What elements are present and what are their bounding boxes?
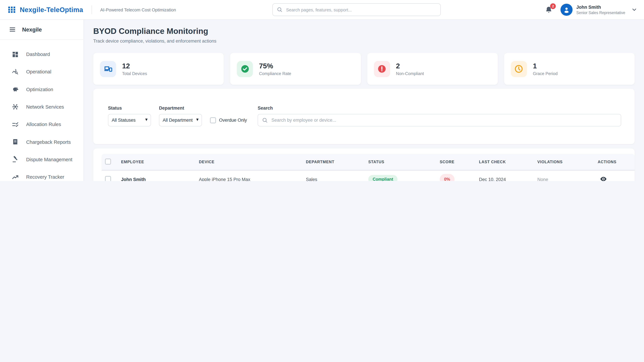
global-search-input[interactable] <box>272 3 441 16</box>
table-row: John SmithApple iPhone 15 Pro MaxSalesCo… <box>102 170 634 181</box>
search-icon <box>262 117 268 123</box>
status-select-wrap: All Statuses <box>108 114 151 126</box>
status-badge: Compliant <box>368 175 398 181</box>
header-divider <box>92 5 92 14</box>
sidebar-item-dashboard[interactable]: Dashboard <box>0 45 84 63</box>
sidebar-nav: DashboardOperationalOptimizationNetwork … <box>0 40 84 181</box>
stat-value: 75% <box>259 62 291 70</box>
table-search-input[interactable] <box>258 114 621 126</box>
status-select[interactable]: All Statuses <box>108 114 151 126</box>
department-select[interactable]: All Departments <box>159 114 202 126</box>
row-select-cell <box>102 170 118 181</box>
stat-card-non-compliant: 2Non-Compliant <box>367 53 498 85</box>
department-filter-label: Department <box>159 106 202 111</box>
filters-panel: Status All Statuses Department All Depar… <box>93 89 634 144</box>
table-body: John SmithApple iPhone 15 Pro MaxSalesCo… <box>102 170 634 181</box>
avatar <box>561 4 573 16</box>
score-badge: 0% <box>440 174 454 181</box>
sidebar-item-label: Optimization <box>26 87 53 92</box>
search-filter-label: Search <box>258 106 621 111</box>
status-cell: Compliant <box>366 170 437 181</box>
brand-logo[interactable]: Nexgile-TeleOptima AI-Powered Telecom Co… <box>8 0 176 19</box>
stat-value: 1 <box>533 62 558 70</box>
select-all-header <box>102 154 118 170</box>
column-header-actions[interactable]: ACTIONS <box>595 154 634 170</box>
overdue-only-filter[interactable]: Overdue Only <box>210 114 247 126</box>
stat-value: 12 <box>122 62 147 70</box>
chevron-down-icon[interactable] <box>631 7 637 13</box>
global-search <box>272 3 441 16</box>
score-cell: 0% <box>437 170 476 181</box>
column-header-device[interactable]: DEVICE <box>196 154 303 170</box>
violations-cell: None <box>535 170 595 181</box>
department-select-wrap: All Departments <box>159 114 202 126</box>
sidebar-item-label: Allocation Rules <box>26 122 61 127</box>
sidebar-brand: Nexgile <box>22 26 42 33</box>
overdue-only-checkbox[interactable] <box>210 117 216 123</box>
eye-icon <box>600 175 607 181</box>
user-menu[interactable]: John Smith Senior Sales Representative <box>561 4 626 16</box>
select-all-checkbox[interactable] <box>105 159 111 165</box>
column-header-status[interactable]: STATUS <box>366 154 437 170</box>
actions-cell <box>595 170 634 181</box>
alert-circle-icon <box>374 61 390 77</box>
stat-devices-icon <box>100 61 116 77</box>
stat-label: Total Devices <box>122 71 147 76</box>
dashboard-icon <box>12 51 19 58</box>
sidebar-item-network-services[interactable]: Network Services <box>0 98 84 116</box>
sidebar-item-label: Network Services <box>26 104 64 110</box>
app-tagline: AI-Powered Telecom Cost Optimization <box>100 7 176 12</box>
logo-grid-icon <box>8 5 16 14</box>
compliance-table: EMPLOYEEDEVICEDEPARTMENTSTATUSSCORELAST … <box>102 154 634 181</box>
receipt-icon <box>12 138 19 145</box>
app: Nexgile-TeleOptima AI-Powered Telecom Co… <box>0 0 644 181</box>
list-check-icon <box>12 121 19 128</box>
clock-icon <box>511 61 527 77</box>
column-header-violations[interactable]: VIOLATIONS <box>535 154 595 170</box>
status-filter-label: Status <box>108 106 151 111</box>
sidebar-item-operational[interactable]: Operational <box>0 63 84 81</box>
sidebar-item-chargeback-reports[interactable]: Chargeback Reports <box>0 133 84 151</box>
employee-cell: John Smith <box>118 170 196 181</box>
piggy-bank-icon <box>12 86 19 93</box>
check-circle-icon <box>237 61 253 77</box>
header-actions: 2 John Smith Senior Sales Representative <box>545 0 638 19</box>
sidebar-header: Nexgile <box>0 19 84 40</box>
compliance-table-card: EMPLOYEEDEVICEDEPARTMENTSTATUSSCORELAST … <box>93 148 634 181</box>
column-header-employee[interactable]: EMPLOYEE <box>118 154 196 170</box>
menu-toggle-button[interactable] <box>9 26 16 33</box>
logo-text: Nexgile-TeleOptima <box>20 6 83 13</box>
user-role: Senior Sales Representative <box>576 11 626 15</box>
stat-label: Grace Period <box>533 71 558 76</box>
stat-label: Compliance Rate <box>259 71 291 76</box>
user-name: John Smith <box>576 5 626 10</box>
overdue-only-label: Overdue Only <box>219 118 247 123</box>
page-title: BYOD Compliance Monitoring <box>93 26 634 36</box>
sidebar-item-optimization[interactable]: Optimization <box>0 81 84 98</box>
notifications-button[interactable]: 2 <box>545 6 552 13</box>
stat-label: Non-Compliant <box>396 71 424 76</box>
sidebar-item-label: Dashboard <box>26 52 50 57</box>
table-search <box>258 114 621 126</box>
department-cell: Sales <box>303 170 366 181</box>
operational-icon <box>12 68 19 75</box>
stats-row: 12Total Devices75%Compliance Rate2Non-Co… <box>93 53 634 85</box>
trending-up-icon <box>12 173 19 180</box>
sidebar-item-allocation-rules[interactable]: Allocation Rules <box>0 116 84 133</box>
column-header-department[interactable]: DEPARTMENT <box>303 154 366 170</box>
network-icon <box>12 103 19 110</box>
top-header: Nexgile-TeleOptima AI-Powered Telecom Co… <box>0 0 644 20</box>
sidebar-item-label: Operational <box>26 69 51 75</box>
page-subtitle: Track device compliance, violations, and… <box>93 38 634 43</box>
column-header-last-check[interactable]: LAST CHECK <box>476 154 535 170</box>
sidebar-item-recovery-tracker[interactable]: Recovery Tracker <box>0 168 84 181</box>
view-details-button[interactable] <box>600 175 607 181</box>
sidebar: Nexgile DashboardOperationalOptimization… <box>0 19 84 181</box>
row-checkbox[interactable] <box>105 176 111 181</box>
column-header-score[interactable]: SCORE <box>437 154 476 170</box>
main-content: BYOD Compliance Monitoring Track device … <box>84 19 644 181</box>
device-cell: Apple iPhone 15 Pro Max <box>196 170 303 181</box>
sidebar-item-dispute-management[interactable]: Dispute Management <box>0 151 84 168</box>
search-icon <box>277 7 282 12</box>
stat-value: 2 <box>396 62 424 70</box>
